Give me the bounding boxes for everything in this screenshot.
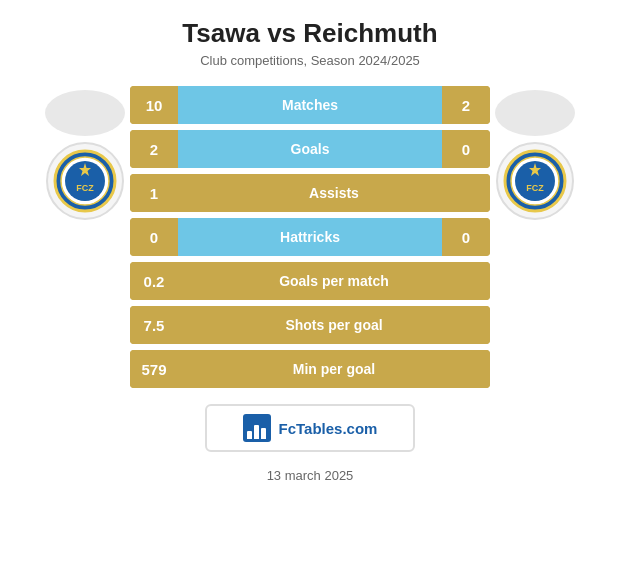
stat-label: Hattricks — [178, 218, 442, 256]
fcz-logo-left: FCZ — [53, 149, 117, 213]
stat-left-value: 10 — [130, 86, 178, 124]
stat-row: 10 Matches 2 — [130, 86, 490, 124]
match-date: 13 march 2025 — [267, 468, 354, 483]
bar1 — [247, 431, 252, 439]
main-section: FCZ 10 Matches 2 2 Goals 0 1 Assists 0 H… — [10, 86, 610, 388]
stat-row: 2 Goals 0 — [130, 130, 490, 168]
stat-left-value: 0.2 — [130, 262, 178, 300]
right-oval-badge — [495, 90, 575, 136]
fcz-logo-right: FCZ — [503, 149, 567, 213]
left-side: FCZ — [40, 90, 130, 220]
stat-row: 1 Assists — [130, 174, 490, 212]
stat-right-value: 0 — [442, 218, 490, 256]
stat-row: 0.2 Goals per match — [130, 262, 490, 300]
page-title: Tsawa vs Reichmuth — [182, 18, 437, 49]
bar3 — [261, 428, 266, 439]
stat-label: Assists — [178, 174, 490, 212]
stat-label: Shots per goal — [178, 306, 490, 344]
stat-row: 579 Min per goal — [130, 350, 490, 388]
fctables-icon — [243, 414, 271, 442]
stat-label: Goals — [178, 130, 442, 168]
left-club-logo: FCZ — [46, 142, 124, 220]
stat-left-value: 0 — [130, 218, 178, 256]
stats-column: 10 Matches 2 2 Goals 0 1 Assists 0 Hattr… — [130, 86, 490, 388]
stat-right-value: 0 — [442, 130, 490, 168]
page: Tsawa vs Reichmuth Club competitions, Se… — [0, 0, 620, 580]
stat-label: Min per goal — [178, 350, 490, 388]
bar2 — [254, 425, 259, 439]
stat-label: Matches — [178, 86, 442, 124]
left-oval-badge — [45, 90, 125, 136]
stat-row: 0 Hattricks 0 — [130, 218, 490, 256]
svg-text:FCZ: FCZ — [76, 183, 94, 193]
stat-right-value: 2 — [442, 86, 490, 124]
fctables-text: FcTables.com — [279, 420, 378, 437]
stat-label: Goals per match — [178, 262, 490, 300]
svg-text:FCZ: FCZ — [526, 183, 544, 193]
right-club-logo: FCZ — [496, 142, 574, 220]
stat-row: 7.5 Shots per goal — [130, 306, 490, 344]
stat-left-value: 579 — [130, 350, 178, 388]
fctables-logo: FcTables.com — [205, 404, 415, 452]
right-side: FCZ — [490, 90, 580, 220]
stat-left-value: 1 — [130, 174, 178, 212]
page-subtitle: Club competitions, Season 2024/2025 — [200, 53, 420, 68]
stat-left-value: 7.5 — [130, 306, 178, 344]
stat-left-value: 2 — [130, 130, 178, 168]
